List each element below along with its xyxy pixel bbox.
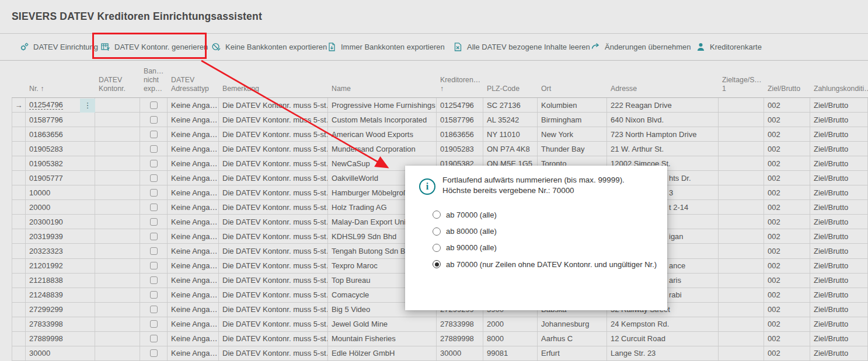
toolbar-action-apply-arrow[interactable]: Änderungen übernehmen bbox=[591, 34, 691, 60]
cell-adressattyp[interactable]: Keine Anga… bbox=[168, 200, 219, 214]
vendor-number-link[interactable]: 30000 bbox=[29, 349, 50, 358]
toolbar-action-ban-export[interactable]: Keine Bankkonten exportieren bbox=[211, 34, 327, 60]
cell-nr[interactable]: 20000 bbox=[26, 200, 95, 214]
cell-ziel-brutto[interactable]: 002 bbox=[764, 244, 810, 258]
cell-adressattyp[interactable]: Keine Anga… bbox=[168, 259, 219, 273]
cell-zieltage[interactable] bbox=[719, 317, 764, 331]
cell-name[interactable]: Mountain Fisheries bbox=[328, 332, 437, 346]
cell-plz[interactable]: 8000 bbox=[483, 332, 538, 346]
column-header-nr[interactable]: Nr. ↑ bbox=[26, 61, 95, 97]
toolbar-action-person[interactable]: Kreditorenkarte bbox=[696, 34, 762, 60]
cell-datev-kontonr[interactable] bbox=[95, 288, 140, 302]
cell-nr[interactable]: 21248839 bbox=[26, 288, 95, 302]
cell-bemerkung[interactable]: Die DATEV Kontonr. muss 5-st… bbox=[219, 200, 328, 214]
cell-nr[interactable]: 01905283 bbox=[26, 142, 95, 156]
numbering-option-0[interactable]: ab 70000 (alle) bbox=[433, 206, 657, 223]
cell-zahlungskondition[interactable]: Ziel/Brutto bbox=[810, 288, 868, 302]
cell-name[interactable]: American Wood Exports bbox=[328, 127, 437, 141]
cell-bemerkung[interactable]: Die DATEV Kontonr. muss 5-st… bbox=[219, 142, 328, 156]
bank-export-checkbox[interactable] bbox=[150, 160, 158, 167]
cell-adressattyp[interactable]: Keine Anga… bbox=[168, 171, 219, 185]
cell-nr[interactable]: 01905777 bbox=[26, 171, 95, 185]
numbering-option-2[interactable]: ab 90000 (alle) bbox=[433, 240, 657, 256]
cell-kreditoren[interactable]: 01254796 bbox=[437, 98, 483, 112]
toolbar-action-document[interactable]: Immer Bankkonten exportieren bbox=[327, 34, 445, 60]
cell-ziel-brutto[interactable]: 002 bbox=[764, 171, 810, 185]
vendor-number-link[interactable]: 27889998 bbox=[29, 334, 63, 343]
cell-kreditoren[interactable]: 01587796 bbox=[437, 113, 483, 127]
cell-bemerkung[interactable]: Die DATEV Kontonr. muss 5-st… bbox=[219, 171, 328, 185]
cell-bemerkung[interactable]: Die DATEV Kontonr. muss 5-st… bbox=[219, 127, 328, 141]
bank-export-checkbox[interactable] bbox=[150, 145, 158, 153]
cell-plz[interactable]: AL 35242 bbox=[483, 113, 538, 127]
toolbar-action-generate-numbers[interactable]: DATEV Kontonr. generieren bbox=[100, 34, 208, 60]
cell-ziel-brutto[interactable]: 002 bbox=[764, 142, 810, 156]
cell-nr[interactable]: 21201992 bbox=[26, 259, 95, 273]
bank-export-checkbox[interactable] bbox=[150, 204, 158, 211]
vendor-number-link[interactable]: 21248839 bbox=[29, 290, 63, 299]
cell-zahlungskondition[interactable]: Ziel/Brutto bbox=[810, 127, 868, 141]
cell-adresse[interactable]: 640 Nixon Blvd. bbox=[607, 113, 719, 127]
table-row[interactable]: 01587796Keine Anga…Die DATEV Kontonr. mu… bbox=[12, 113, 868, 127]
cell-bemerkung[interactable]: Die DATEV Kontonr. muss 5-st… bbox=[219, 303, 328, 317]
cell-nr[interactable]: 20319939 bbox=[26, 229, 95, 243]
cell-datev-kontonr[interactable] bbox=[95, 229, 140, 243]
cell-zahlungskondition[interactable]: Ziel/Brutto bbox=[810, 244, 868, 258]
cell-zieltage[interactable] bbox=[719, 288, 764, 302]
cell-zieltage[interactable] bbox=[719, 113, 764, 127]
cell-adressattyp[interactable]: Keine Anga… bbox=[168, 142, 219, 156]
bank-export-checkbox[interactable] bbox=[150, 218, 158, 226]
cell-name[interactable]: Mundersand Corporation bbox=[328, 142, 437, 156]
cell-ziel-brutto[interactable]: 002 bbox=[764, 288, 810, 302]
cell-zahlungskondition[interactable]: Ziel/Brutto bbox=[810, 171, 868, 185]
cell-zieltage[interactable] bbox=[719, 142, 764, 156]
cell-datev-kontonr[interactable] bbox=[95, 113, 140, 127]
column-header-kreditoren[interactable]: Kreditoren…↑ bbox=[437, 61, 483, 97]
bank-export-checkbox[interactable] bbox=[150, 174, 158, 182]
cell-ziel-brutto[interactable]: 002 bbox=[764, 215, 810, 229]
vendor-number-link[interactable]: 20319939 bbox=[29, 232, 63, 241]
cell-ort[interactable]: Kolumbien bbox=[538, 98, 607, 112]
cell-zahlungskondition[interactable]: Ziel/Brutto bbox=[810, 332, 868, 346]
cell-adressattyp[interactable]: Keine Anga… bbox=[168, 332, 219, 346]
vendor-number-link[interactable]: 01905382 bbox=[29, 159, 63, 168]
vendor-number-link[interactable]: 27833998 bbox=[29, 320, 63, 328]
row-context-menu-button[interactable]: ⋮ bbox=[80, 99, 95, 113]
cell-name[interactable]: Jewel Gold Mine bbox=[328, 317, 437, 331]
cell-adressattyp[interactable]: Keine Anga… bbox=[168, 215, 219, 229]
cell-bemerkung[interactable]: Die DATEV Kontonr. muss 5-st… bbox=[219, 288, 328, 302]
cell-adresse[interactable]: 723 North Hampton Drive bbox=[607, 127, 719, 141]
cell-name[interactable]: Custom Metals Incorporated bbox=[328, 113, 437, 127]
cell-zieltage[interactable] bbox=[719, 185, 764, 199]
cell-datev-kontonr[interactable] bbox=[95, 200, 140, 214]
cell-adresse[interactable]: 12 Curcuit Road bbox=[607, 332, 719, 346]
column-header-ort[interactable]: Ort bbox=[538, 61, 607, 97]
cell-ziel-brutto[interactable]: 002 bbox=[764, 127, 810, 141]
cell-zahlungskondition[interactable]: Ziel/Brutto bbox=[810, 346, 868, 360]
cell-ziel-brutto[interactable]: 002 bbox=[764, 332, 810, 346]
cell-ort[interactable]: Birmingham bbox=[538, 113, 607, 127]
bank-export-checkbox[interactable] bbox=[150, 189, 158, 197]
cell-adresse[interactable]: 21 W. Arthur St. bbox=[607, 142, 719, 156]
cell-bemerkung[interactable]: Die DATEV Kontonr. muss 5-st… bbox=[219, 244, 328, 258]
column-header-zahlung[interactable]: Zahlungskonditi… bbox=[810, 61, 868, 97]
cell-nr[interactable]: 21218838 bbox=[26, 274, 95, 288]
cell-zahlungskondition[interactable]: Ziel/Brutto bbox=[810, 317, 868, 331]
radio-icon[interactable] bbox=[433, 211, 441, 219]
cell-datev-kontonr[interactable] bbox=[95, 142, 140, 156]
cell-bemerkung[interactable]: Die DATEV Kontonr. muss 5-st… bbox=[219, 259, 328, 273]
cell-datev-kontonr[interactable] bbox=[95, 303, 140, 317]
column-header-kontonr[interactable]: DATEVKontonr. bbox=[95, 61, 140, 97]
cell-bemerkung[interactable]: Die DATEV Kontonr. muss 5-st… bbox=[219, 332, 328, 346]
cell-ort[interactable]: Thunder Bay bbox=[538, 142, 607, 156]
vendor-number-link[interactable]: 27299299 bbox=[29, 305, 63, 314]
vendor-number-link[interactable]: 01905777 bbox=[29, 174, 63, 183]
cell-bemerkung[interactable]: Die DATEV Kontonr. muss 5-st… bbox=[219, 317, 328, 331]
cell-zieltage[interactable] bbox=[719, 332, 764, 346]
vendor-number-link[interactable]: 10000 bbox=[29, 188, 50, 197]
bank-export-checkbox[interactable] bbox=[150, 101, 158, 109]
cell-nr[interactable]: 27833998 bbox=[26, 317, 95, 331]
table-row[interactable]: 27889998Keine Anga…Die DATEV Kontonr. mu… bbox=[12, 332, 868, 346]
column-header-adresse[interactable]: Adresse bbox=[607, 61, 719, 97]
cell-plz[interactable]: ON P7A 4K8 bbox=[483, 142, 538, 156]
